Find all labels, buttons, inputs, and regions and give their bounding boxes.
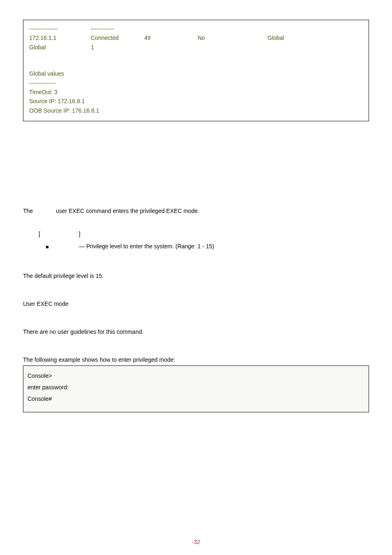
parameter-description: — Privilege level to enter the system. (… <box>79 243 214 250</box>
data-row-1: 172.16.1.1 Connected 49 No Global <box>29 33 363 42</box>
parameter-bullet: — Privilege level to enter the system. (… <box>23 243 369 250</box>
console-output-box: --------------- ------------ 172.16.1.1 … <box>23 20 369 121</box>
ip-address: 172.16.1.1 <box>29 33 91 42</box>
desc-post: user EXEC command enters the privileged … <box>56 208 199 214</box>
single-conn: No <box>198 33 267 42</box>
port: 49 <box>144 33 198 42</box>
command-mode: User EXEC mode <box>23 301 369 307</box>
example-line-1: Console> <box>28 370 364 382</box>
page: --------------- ------------ 172.16.1.1 … <box>0 0 392 555</box>
data-row-2: Global 1 <box>29 43 363 52</box>
bullet-icon <box>46 246 48 248</box>
row2-c1: Global <box>29 43 91 52</box>
dash-c2: ------------ <box>91 24 144 33</box>
desc-pre: The <box>23 208 33 214</box>
source-ip-line: Source IP: 172.16.8.1 <box>29 97 363 106</box>
syntax-bracket-close: ] <box>79 231 81 237</box>
example-intro: The following example shows how to enter… <box>23 356 369 363</box>
example-line-3: Console# <box>28 393 364 405</box>
global-values-header: Global values <box>29 69 363 78</box>
global-values-dashes: -------------- <box>29 79 363 88</box>
oob-source-ip-line: OOB Source IP: 176.16.8.1 <box>29 106 363 115</box>
row2-c2: 1 <box>91 43 144 52</box>
syntax-line: [ ] <box>23 231 369 237</box>
default-config: The default privilege level is 15. <box>23 273 369 279</box>
page-number: -32 <box>0 539 392 545</box>
user-guidelines: There are no user guidelines for this co… <box>23 328 369 335</box>
scope: Global <box>267 33 325 42</box>
example-line-2: enter password: <box>28 382 364 393</box>
dash-c1: --------------- <box>29 24 91 33</box>
state: Connected <box>91 33 144 42</box>
command-description: The user EXEC command enters the privile… <box>23 208 369 214</box>
syntax-bracket-open: [ <box>39 231 40 237</box>
example-box: Console> enter password: Console# <box>23 365 369 412</box>
dash-row: --------------- ------------ <box>29 24 363 33</box>
timeout-line: TimeOut: 3 <box>29 88 363 97</box>
